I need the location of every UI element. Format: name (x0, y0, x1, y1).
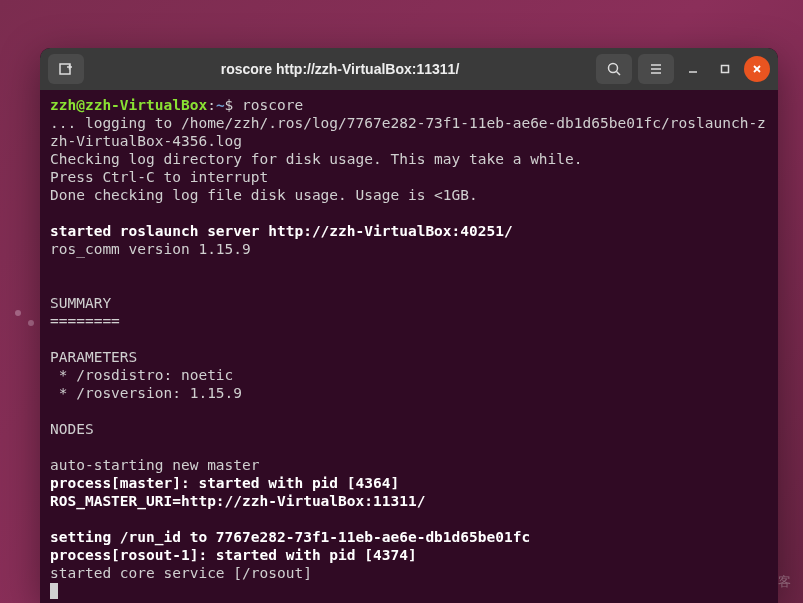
output-line (50, 510, 768, 528)
svg-rect-0 (60, 64, 70, 74)
close-icon (751, 63, 763, 75)
titlebar-right (596, 54, 770, 84)
output-line (50, 276, 768, 294)
output-line (50, 204, 768, 222)
terminal-cursor (50, 583, 58, 599)
prompt-sep: : (207, 97, 216, 113)
window-title: roscore http://zzh-VirtualBox:11311/ (88, 61, 592, 77)
output-line: Done checking log file disk usage. Usage… (50, 186, 768, 204)
prompt-line: zzh@zzh-VirtualBox:~$ roscore (50, 96, 768, 114)
output-line: SUMMARY (50, 294, 768, 312)
search-button[interactable] (596, 54, 632, 84)
output-line: ROS_MASTER_URI=http://zzh-VirtualBox:113… (50, 492, 768, 510)
svg-rect-2 (722, 66, 729, 73)
output-line: NODES (50, 420, 768, 438)
prompt-user: zzh@zzh-VirtualBox (50, 97, 207, 113)
output-line: ros_comm version 1.15.9 (50, 240, 768, 258)
output-line: Checking log directory for disk usage. T… (50, 150, 768, 168)
maximize-icon (719, 63, 731, 75)
new-tab-button[interactable] (48, 54, 84, 84)
output-line: ======== (50, 312, 768, 330)
output-line: Press Ctrl-C to interrupt (50, 168, 768, 186)
minimize-icon (687, 63, 699, 75)
output-line: ... logging to /home/zzh/.ros/log/7767e2… (50, 114, 768, 150)
terminal-window: roscore http://zzh-VirtualBox:11311/ zzh… (40, 48, 778, 603)
menu-icon (648, 61, 664, 77)
output-line: process[rosout-1]: started with pid [437… (50, 546, 768, 564)
output-line: started core service [/rosout] (50, 564, 768, 582)
desktop-decoration (28, 320, 34, 326)
minimize-button[interactable] (680, 56, 706, 82)
menu-button[interactable] (638, 54, 674, 84)
output-line (50, 258, 768, 276)
desktop-decoration (15, 310, 21, 316)
typed-command: roscore (242, 97, 303, 113)
output-line: * /rosdistro: noetic (50, 366, 768, 384)
prompt-path: ~ (216, 97, 225, 113)
search-icon (606, 61, 622, 77)
output-line (50, 438, 768, 456)
output-line: process[master]: started with pid [4364] (50, 474, 768, 492)
output-lines: ... logging to /home/zzh/.ros/log/7767e2… (50, 114, 768, 582)
terminal-output[interactable]: zzh@zzh-VirtualBox:~$ roscore ... loggin… (40, 90, 778, 603)
svg-point-1 (609, 64, 618, 73)
output-line: started roslaunch server http://zzh-Virt… (50, 222, 768, 240)
maximize-button[interactable] (712, 56, 738, 82)
output-line (50, 330, 768, 348)
prompt-dollar: $ (225, 97, 242, 113)
new-tab-icon (58, 61, 74, 77)
titlebar: roscore http://zzh-VirtualBox:11311/ (40, 48, 778, 90)
output-line: auto-starting new master (50, 456, 768, 474)
output-line: * /rosversion: 1.15.9 (50, 384, 768, 402)
output-line: PARAMETERS (50, 348, 768, 366)
output-line (50, 402, 768, 420)
output-line: setting /run_id to 7767e282-73f1-11eb-ae… (50, 528, 768, 546)
close-button[interactable] (744, 56, 770, 82)
